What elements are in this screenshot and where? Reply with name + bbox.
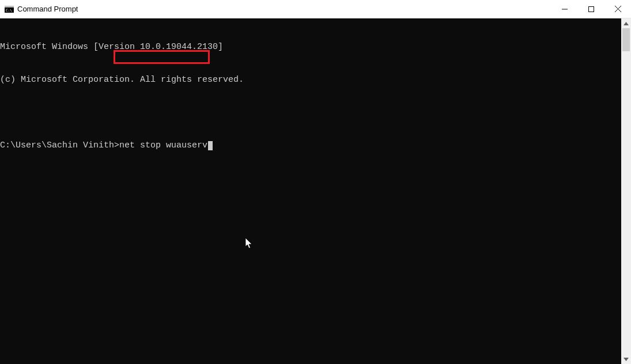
window-title: Command Prompt	[17, 5, 551, 13]
command-prompt-window: C:\ Command Prompt Microsoft Windows [Ve…	[0, 0, 631, 364]
scrollbar-thumb[interactable]	[622, 28, 630, 51]
scrollbar-track[interactable]	[621, 28, 631, 354]
prompt-path: C:\Users\Sachin Vinith>	[0, 141, 119, 150]
console-line: (c) Microsoft Corporation. All rights re…	[0, 74, 621, 85]
console-output[interactable]: Microsoft Windows [Version 10.0.19044.21…	[0, 18, 621, 364]
close-button[interactable]	[604, 0, 631, 18]
titlebar[interactable]: C:\ Command Prompt	[0, 0, 631, 18]
minimize-button[interactable]	[551, 0, 578, 18]
client-area: Microsoft Windows [Version 10.0.19044.21…	[0, 18, 631, 364]
mouse-pointer-icon	[204, 227, 254, 264]
scroll-down-button[interactable]	[621, 354, 631, 364]
scroll-up-button[interactable]	[621, 18, 631, 28]
maximize-button[interactable]	[578, 0, 604, 18]
svg-rect-5	[589, 6, 594, 12]
typed-command: net stop wuauserv	[119, 141, 207, 150]
text-cursor	[208, 141, 213, 150]
console-blank-line	[0, 107, 621, 118]
cmd-app-icon: C:\	[5, 5, 14, 14]
vertical-scrollbar[interactable]	[621, 18, 631, 364]
svg-rect-1	[5, 6, 14, 7]
svg-text:C:\: C:\	[6, 8, 12, 12]
window-controls	[551, 0, 631, 18]
console-prompt-line: C:\Users\Sachin Vinith>net stop wuauserv	[0, 140, 621, 151]
console-line: Microsoft Windows [Version 10.0.19044.21…	[0, 41, 621, 52]
